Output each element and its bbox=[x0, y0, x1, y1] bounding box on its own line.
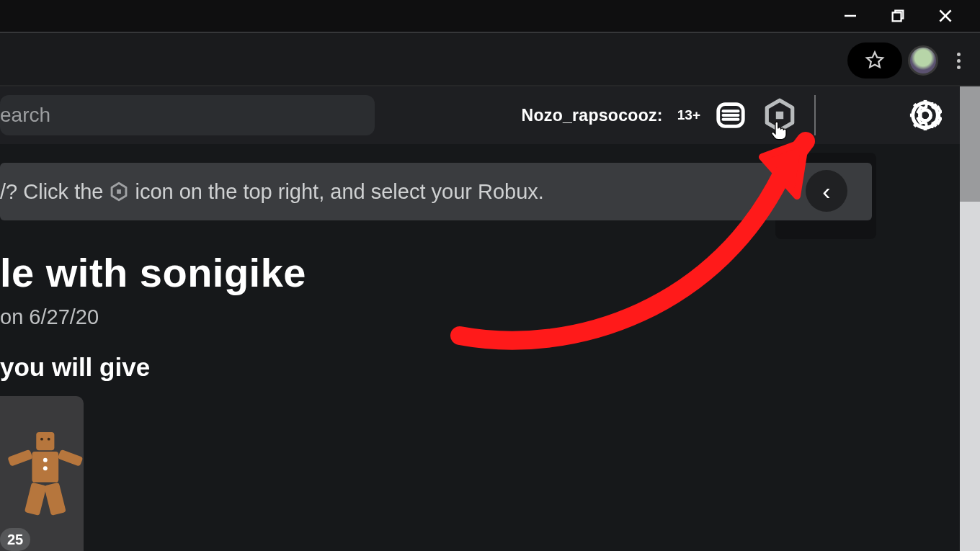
svg-point-26 bbox=[43, 457, 48, 462]
messages-icon bbox=[714, 99, 747, 132]
trade-title: le with sonigike bbox=[0, 249, 306, 296]
close-icon bbox=[936, 6, 955, 25]
chevron-left-icon: ‹ bbox=[822, 177, 830, 205]
search-field-wrap[interactable] bbox=[0, 95, 375, 135]
window-titlebar bbox=[0, 0, 980, 32]
maximize-icon bbox=[890, 8, 906, 24]
browser-toolbar bbox=[0, 32, 980, 86]
svg-point-24 bbox=[48, 437, 50, 440]
star-icon bbox=[864, 50, 886, 71]
divider bbox=[814, 95, 816, 135]
age-badge: 13+ bbox=[677, 107, 700, 123]
browser-profile-avatar[interactable] bbox=[908, 45, 938, 76]
minimize-icon bbox=[842, 7, 859, 24]
trade-item-card[interactable]: 25 bbox=[0, 396, 84, 551]
svg-rect-29 bbox=[58, 449, 84, 466]
svg-rect-30 bbox=[24, 482, 47, 515]
svg-rect-31 bbox=[44, 482, 66, 515]
svg-line-19 bbox=[934, 104, 937, 107]
svg-line-18 bbox=[914, 124, 917, 127]
banner-text-suffix: icon on the top right, and select your R… bbox=[135, 180, 543, 204]
search-input[interactable] bbox=[0, 103, 369, 127]
banner-text-prefix: /? Click the bbox=[0, 180, 103, 204]
robux-hex-icon bbox=[109, 182, 129, 202]
gear-icon bbox=[909, 99, 942, 132]
trade-expires: on 6/27/20 bbox=[0, 305, 99, 329]
scrollbar-thumb[interactable] bbox=[960, 86, 980, 202]
window-minimize-button[interactable] bbox=[834, 0, 866, 32]
bookmark-button[interactable] bbox=[847, 42, 902, 79]
robux-hint-banner: /? Click the icon on the top right, and … bbox=[0, 163, 872, 220]
svg-rect-1 bbox=[893, 12, 901, 21]
messages-button[interactable] bbox=[712, 97, 749, 134]
item-qty-badge: 25 bbox=[0, 528, 30, 551]
app-topbar-right: Nozo_rapsocooz: 13+ bbox=[522, 86, 960, 144]
cursor-icon bbox=[768, 120, 790, 141]
window-close-button[interactable] bbox=[930, 0, 961, 32]
svg-point-27 bbox=[43, 466, 48, 470]
svg-rect-28 bbox=[7, 449, 33, 466]
svg-rect-9 bbox=[776, 112, 783, 119]
svg-rect-22 bbox=[36, 432, 54, 450]
username-label: Nozo_rapsocooz: bbox=[522, 106, 663, 125]
app-topbar: Nozo_rapsocooz: 13+ bbox=[0, 86, 960, 144]
collapse-chevron-button[interactable]: ‹ bbox=[806, 170, 847, 212]
robux-button[interactable] bbox=[761, 97, 798, 134]
svg-rect-21 bbox=[117, 189, 122, 194]
svg-point-23 bbox=[40, 437, 43, 440]
svg-point-11 bbox=[919, 109, 930, 120]
vertical-scrollbar[interactable] bbox=[960, 86, 980, 551]
items-you-give-heading: you will give bbox=[0, 353, 150, 382]
svg-line-16 bbox=[914, 104, 917, 107]
window-maximize-button[interactable] bbox=[882, 0, 914, 32]
settings-button[interactable] bbox=[906, 97, 944, 134]
browser-menu-button[interactable] bbox=[950, 53, 967, 69]
svg-line-17 bbox=[934, 124, 937, 127]
